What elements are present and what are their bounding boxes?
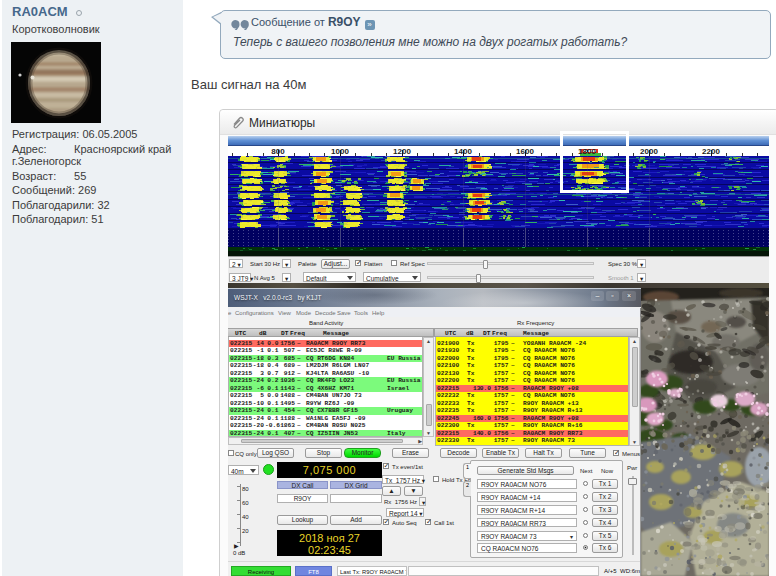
svg-text:2000: 2000 <box>640 147 658 156</box>
svg-text:2200: 2200 <box>702 147 720 156</box>
svg-text:1000: 1000 <box>331 147 349 156</box>
svg-text:1400: 1400 <box>454 147 472 156</box>
svg-text:1600: 1600 <box>516 147 534 156</box>
svg-text:800: 800 <box>271 147 285 156</box>
svg-text:1200: 1200 <box>393 147 411 156</box>
